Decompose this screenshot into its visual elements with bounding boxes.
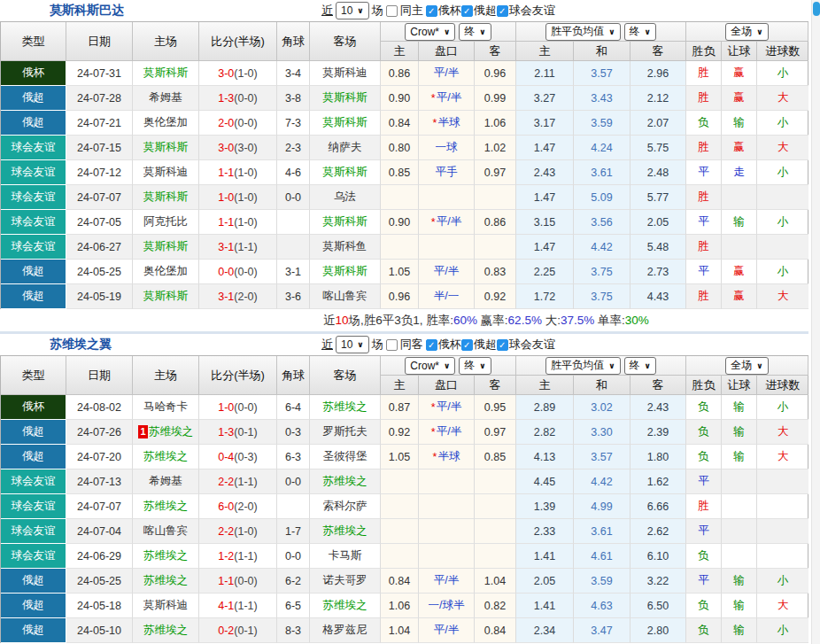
same-venue-checkbox[interactable] [386, 5, 398, 17]
ah-line: 半/一 [419, 284, 475, 309]
result-cell: 胜 [686, 235, 722, 260]
ah-result-cell: 输 [722, 210, 757, 235]
eu-draw-odds: 4.42 [574, 235, 630, 260]
home-team-name: 莫斯科斯 [143, 239, 188, 254]
league-checkbox[interactable]: ✓ [461, 5, 473, 17]
result-cell: 胜 [686, 185, 722, 210]
away-team-cell: 莫斯科斯 [310, 160, 381, 185]
date-cell: 24-06-29 [66, 544, 133, 569]
league-checkbox[interactable]: ✓ [461, 339, 473, 351]
goals-cell: 小 [757, 61, 808, 86]
europe-state-select[interactable]: 终∨ [624, 23, 656, 41]
home-team-name: 希姆基 [149, 90, 182, 105]
chevron-down-icon: ∨ [608, 361, 615, 370]
away-team-cell: 乌法 [310, 185, 381, 210]
section-spartak: 莫斯科斯巴达 近 10 ∨ 场 同主 ✓俄杯✓俄超✓球会友谊 类型日期主场比分(… [0, 0, 808, 334]
league-checkbox[interactable]: ✓ [497, 339, 508, 351]
league-cell: 俄超 [1, 86, 66, 111]
fulltime-score: 0-2 [218, 625, 234, 637]
scope-select[interactable]: 全场∨ [725, 23, 768, 41]
goals-cell [757, 494, 808, 519]
corner-cell: 3-6 [277, 284, 310, 309]
home-team-name: 莫斯科斯 [143, 140, 188, 155]
away-team-cell: 喀山鲁宾 [310, 284, 381, 309]
ah-home-odds: 1.05 [381, 260, 419, 284]
date-cell: 24-07-31 [66, 61, 133, 86]
halftime-score: (1-1) [234, 550, 257, 563]
ah-away-odds: 1.06 [475, 111, 516, 136]
near-link[interactable]: 近 [321, 337, 333, 353]
europe-state-select[interactable]: 终∨ [624, 357, 656, 375]
table-header: 类型日期主场比分(半场)角球客场Crow*∨终∨胜平负均值∨终∨全场∨主盘口客主… [1, 22, 808, 61]
league-checkbox[interactable]: ✓ [426, 5, 437, 17]
chevron-down-icon: ∨ [608, 27, 615, 36]
home-team-cell: 希姆基 [133, 86, 199, 111]
home-team-cell: 苏维埃之 [133, 445, 199, 469]
home-team-name: 希姆基 [149, 474, 182, 489]
summary-segment: 62.5% [508, 314, 542, 327]
ah-result-cell: 赢 [722, 136, 757, 160]
match-count-select[interactable]: 10 ∨ [336, 2, 369, 19]
goals-cell: 小 [757, 160, 808, 185]
bookmaker-select[interactable]: Crow*∨ [405, 23, 455, 41]
bookmaker-state-select[interactable]: 终∨ [459, 357, 491, 375]
summary-segment: 赢率: [477, 314, 508, 327]
fulltime-score: 0-0 [218, 266, 234, 278]
europe-odds-select-value: 胜平负均值 [551, 358, 604, 373]
scope-select-value: 全场 [731, 358, 752, 373]
eu-draw-odds: 3.43 [574, 86, 630, 111]
result-cell: 胜 [686, 494, 722, 519]
eu-home-odds: 2.43 [516, 160, 574, 185]
sub-header: 主 [381, 376, 419, 395]
away-team-cell: 莫斯科斯 [310, 86, 381, 111]
fulltime-score: 1-0 [218, 401, 234, 414]
league-cell: 球会友谊 [1, 210, 66, 235]
ah-home-odds: 1.04 [381, 618, 419, 643]
away-team-cell: 纳萨夫 [310, 136, 381, 160]
europe-odds-select[interactable]: 胜平负均值∨ [545, 23, 620, 41]
column-header-col-away: 客场 [310, 356, 381, 395]
scope-select[interactable]: 全场∨ [725, 357, 768, 375]
bookmaker-state-select[interactable]: 终∨ [459, 23, 491, 41]
eu-home-odds: 2.05 [516, 569, 574, 594]
league-cell: 球会友谊 [1, 469, 66, 494]
score-cell: 3-0(1-0) [199, 61, 277, 86]
ah-home-odds [381, 235, 419, 260]
scrollbar-track[interactable] [811, 0, 820, 644]
league-checkbox[interactable]: ✓ [497, 5, 508, 17]
home-team-cell: 莫斯科迪 [133, 594, 199, 618]
match-count-select[interactable]: 10 ∨ [336, 336, 369, 353]
fulltime-score: 1-0 [218, 191, 234, 204]
europe-odds-select-group: 胜平负均值∨终∨ [516, 22, 686, 42]
fulltime-score: 3-1 [218, 291, 234, 303]
bookmaker-select-group: Crow*∨终∨ [381, 356, 516, 376]
result-cell: 平 [686, 469, 722, 494]
near-link[interactable]: 近 [321, 3, 333, 19]
europe-odds-select[interactable]: 胜平负均值∨ [545, 357, 620, 375]
column-header-col-away: 客场 [310, 22, 381, 61]
bookmaker-select-value: Crow* [410, 360, 439, 372]
scope-select-value: 全场 [731, 24, 752, 39]
eu-away-odds: 2.07 [630, 111, 686, 136]
same-venue-checkbox[interactable] [386, 339, 398, 351]
sub-header: 客 [475, 376, 516, 395]
filter-bar: 近 10 ∨ 场 同主 ✓俄杯✓俄超✓球会友谊 [321, 2, 555, 19]
result-cell: 平 [686, 260, 722, 284]
eu-draw-odds: 4.24 [574, 136, 630, 160]
scrollbar-thumb[interactable] [813, 2, 820, 16]
eu-draw-odds: 4.61 [574, 544, 630, 569]
goals-cell: 小 [757, 569, 808, 594]
home-team-cell: 苏维埃之 [133, 494, 199, 519]
ah-home-odds: 0.87 [381, 395, 419, 420]
result-cell: 负 [686, 594, 722, 618]
ah-line-name: 平/半 [434, 66, 459, 81]
summary-segment: 10 [336, 314, 349, 327]
eu-home-odds: 2.25 [516, 260, 574, 284]
eu-draw-odds: 4.99 [574, 494, 630, 519]
page-title: 苏维埃之翼 [50, 337, 112, 353]
league-checkbox[interactable]: ✓ [426, 339, 437, 351]
ah-line [419, 469, 475, 494]
date-cell: 24-07-28 [66, 86, 133, 111]
bookmaker-select[interactable]: Crow*∨ [405, 357, 455, 375]
table-body: 俄杯24-08-02马哈奇卡1-0(0-0)6-4苏维埃之0.87*平/半0.9… [1, 395, 808, 643]
